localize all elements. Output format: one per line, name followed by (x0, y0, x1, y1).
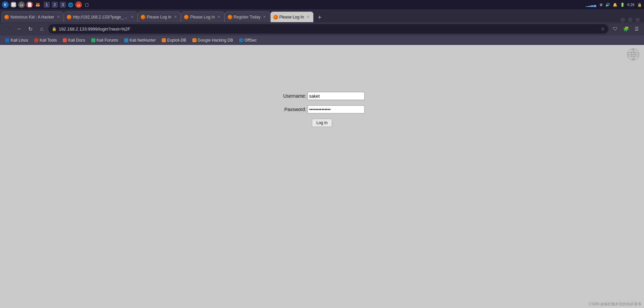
tab-please-log-in-active[interactable]: Please Log In ✕ (270, 11, 314, 22)
address-lock-icon: 🔒 (52, 27, 57, 31)
bookmark-kali-forums[interactable]: Kali Forums (89, 37, 121, 44)
taskbar-right: ▁▂▃▄ 🖥 🔊 🔔 🔋 6:26 🔒 (586, 3, 642, 7)
tab-notorious[interactable]: Notorious Kid : A Hacker ✕ (1, 11, 64, 22)
bookmark-label-ghdb: Google Hacking DB (198, 38, 233, 43)
watermark: CSDN @疯狂楠木安的18岁老爷 (589, 302, 641, 307)
tab-title-1: Notorious Kid : A Hacker (10, 15, 54, 19)
bookmark-label-offsec: OffSec (244, 38, 257, 43)
bookmark-kali-tools[interactable]: Kali Tools (32, 37, 59, 44)
bookmark-favicon-kali (5, 38, 9, 42)
terminal-icon[interactable]: ⬜ (10, 1, 17, 8)
tab-favicon-4 (184, 15, 189, 19)
reload-button[interactable]: ↻ (26, 24, 35, 34)
window-maximize[interactable] (628, 17, 633, 22)
tab-title-6: Please Log In (279, 15, 304, 19)
bell-icon: 🔔 (613, 3, 617, 7)
tab-close-6[interactable]: ✕ (305, 14, 311, 20)
nav-right-controls: 🛡 🧩 ☰ (610, 24, 641, 34)
password-row: Password: (279, 105, 365, 113)
workspace-1[interactable]: 1 (44, 2, 50, 8)
back-button[interactable]: ← (3, 24, 12, 34)
tab-please-log-in-3[interactable]: Please Log In ✕ (138, 11, 181, 22)
tab-favicon-1 (4, 15, 9, 19)
tab-close-1[interactable]: ✕ (55, 14, 61, 20)
window-close[interactable] (635, 17, 640, 22)
bookmark-exploitdb[interactable]: Exploit-DB (159, 37, 189, 44)
new-tab-button[interactable]: + (315, 13, 324, 22)
tab-favicon-2 (67, 15, 72, 19)
bookmark-favicon-nethunter (124, 38, 128, 42)
tab-192-url[interactable]: http://192.168.2.133/?page_n... ✕ (64, 11, 138, 22)
navigation-bar: ← → ↻ ⌂ 🔒 192.168.2.133:9999/login?next=… (0, 22, 644, 36)
network-graph: ▁▂▃▄ (586, 3, 596, 7)
speaker-icon: 🔊 (605, 3, 610, 7)
folder-icon[interactable]: 🗂 (18, 1, 25, 8)
bookmark-kali-nethunter[interactable]: Kali NetHunter (122, 37, 158, 44)
bookmark-label-docs: Kali Docs (68, 38, 85, 43)
monitor-icon: 🖥 (599, 3, 603, 7)
tab-bar-right (324, 17, 643, 22)
tab-close-4[interactable]: ✕ (216, 14, 222, 20)
tab-favicon-5 (228, 15, 232, 19)
page-content: Username: Password: Log In (0, 45, 644, 308)
home-button[interactable]: ⌂ (37, 24, 46, 34)
app-icon-red[interactable]: 🦊 (75, 1, 82, 8)
bookmark-label-kali: Kali Linux (11, 38, 28, 43)
bookmark-favicon-exploitdb (162, 38, 166, 42)
menu-button[interactable]: ☰ (632, 24, 641, 34)
bookmark-favicon-ghdb (192, 38, 196, 42)
bookmark-favicon-offsec (239, 38, 243, 42)
tab-title-4: Please Log In (190, 15, 215, 19)
login-button[interactable]: Log In (312, 119, 332, 127)
firefox-taskbar-icon[interactable]: 🦊 (34, 1, 41, 8)
tab-close-2[interactable]: ✕ (129, 14, 135, 20)
tab-title-2: http://192.168.2.133/?page_n... (73, 15, 128, 19)
shield-icon[interactable]: 🛡 (610, 24, 620, 34)
workspace-2[interactable]: 2 (52, 2, 58, 8)
username-input[interactable] (308, 92, 365, 100)
bookmark-label-nethunter: Kali NetHunter (130, 38, 156, 43)
bookmark-google-hacking-db[interactable]: Google Hacking DB (190, 37, 236, 44)
browser-window: K ⬜ 🗂 📄 🦊 1 2 3 🌐 🦊 ▢ ▁▂▃▄ 🖥 🔊 🔔 🔋 6:26 … (0, 0, 644, 308)
login-form: Username: Password: Log In (279, 92, 365, 127)
tab-title-3: Please Log In (147, 15, 171, 19)
window-minimize[interactable] (620, 17, 625, 22)
kali-icon[interactable]: K (2, 1, 9, 8)
ceno-icon (627, 48, 639, 60)
bookmark-favicon-forums (91, 38, 95, 42)
app-icon-terminal2[interactable]: ▢ (83, 1, 90, 8)
tab-register-today[interactable]: Register Today ✕ (225, 11, 270, 22)
username-row: Username: (279, 92, 365, 100)
text-editor-icon[interactable]: 📄 (26, 1, 33, 8)
os-taskbar: K ⬜ 🗂 📄 🦊 1 2 3 🌐 🦊 ▢ ▁▂▃▄ 🖥 🔊 🔔 🔋 6:26 … (0, 0, 644, 9)
password-label: Password: (279, 107, 306, 112)
username-label: Username: (279, 93, 306, 99)
forward-button[interactable]: → (14, 24, 24, 34)
bookmark-label-forums: Kali Forums (97, 38, 118, 43)
tab-favicon-6 (273, 15, 278, 19)
tab-bar: Notorious Kid : A Hacker ✕ http://192.16… (0, 9, 644, 22)
clock: 6:26 (628, 3, 635, 7)
bookmark-kali-docs[interactable]: Kali Docs (60, 37, 88, 44)
bookmark-star-icon[interactable]: ☆ (601, 26, 605, 32)
bookmark-label-exploitdb: Exploit-DB (167, 38, 186, 43)
battery-icon: 🔋 (620, 3, 625, 7)
tab-please-log-in-4[interactable]: Please Log In ✕ (181, 11, 224, 22)
address-bar[interactable]: 🔒 192.168.2.133:9999/login?next=%2F ☆ (48, 24, 608, 34)
lock-icon: 🔒 (637, 3, 642, 7)
tab-close-5[interactable]: ✕ (262, 14, 267, 20)
app-icon-extra[interactable]: 🌐 (67, 1, 74, 8)
tab-favicon-3 (141, 15, 145, 19)
workspace-3[interactable]: 3 (60, 2, 66, 8)
tab-close-3[interactable]: ✕ (173, 14, 178, 20)
bookmark-favicon-tools (34, 38, 38, 42)
extensions-icon[interactable]: 🧩 (621, 24, 631, 34)
bookmarks-bar: Kali Linux Kali Tools Kali Docs Kali For… (0, 36, 644, 45)
tab-title-5: Register Today (234, 15, 261, 19)
bookmark-kali-linux[interactable]: Kali Linux (3, 37, 31, 44)
workspace-numbers: 1 2 3 (44, 2, 66, 8)
bookmark-offsec[interactable]: OffSec (236, 37, 259, 44)
bookmark-label-tools: Kali Tools (40, 38, 57, 43)
password-input[interactable] (308, 105, 365, 113)
address-text: 192.168.2.133:9999/login?next=%2F (59, 27, 599, 32)
